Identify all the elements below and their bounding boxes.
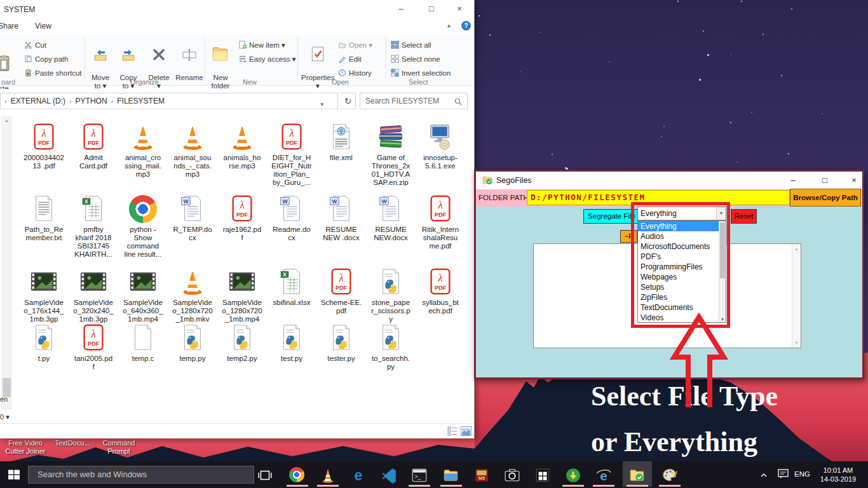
file-item[interactable]: λPDFDIET_for_H EIGHT_Nutr ition_Plan_ by… bbox=[267, 122, 316, 194]
file-item[interactable]: t.py bbox=[19, 323, 69, 372]
search-input[interactable]: Search FILESYSTEM bbox=[360, 93, 468, 109]
paste-shortcut-button[interactable]: Paste shortcut bbox=[24, 69, 82, 78]
browse-copy-path-button[interactable]: Browse/Copy Path bbox=[790, 189, 861, 207]
listbox-scrollbar[interactable]: ▴ ▾ bbox=[792, 244, 801, 348]
segofiles-app-icon[interactable] bbox=[629, 467, 646, 484]
file-item[interactable]: python - Show command line result... bbox=[118, 194, 168, 267]
tab-share[interactable]: Share bbox=[0, 22, 18, 30]
chrome-icon[interactable] bbox=[289, 467, 306, 484]
copy-path-button[interactable]: Copy path bbox=[24, 55, 68, 64]
file-item[interactable]: λPDF2000034402 13 .pdf bbox=[19, 122, 69, 194]
new-item-button[interactable]: New item ▾ bbox=[238, 41, 285, 50]
vlc-icon[interactable] bbox=[320, 467, 336, 484]
language-indicator[interactable]: ENG bbox=[794, 470, 810, 478]
file-item[interactable]: SampleVide o_176x144_ 1mb.3gp bbox=[19, 267, 69, 323]
file-item[interactable]: to_searchh. py bbox=[366, 323, 416, 372]
shortcut-textdocu[interactable]: TextDocu... bbox=[52, 439, 93, 447]
file-item[interactable]: Xsbifinal.xlsx bbox=[267, 267, 316, 323]
file-item[interactable]: tester.py bbox=[316, 323, 366, 372]
sego-close-button[interactable]: × bbox=[843, 172, 865, 189]
taskbar-search-input[interactable]: Search the web and Windows bbox=[28, 466, 254, 484]
file-item[interactable]: temp.py bbox=[168, 323, 217, 372]
file-item[interactable]: WRESUME NEW .docx bbox=[316, 194, 366, 267]
file-item[interactable]: WR_TEMP.do cx bbox=[168, 194, 217, 267]
sego-maximize-button[interactable]: □ bbox=[814, 172, 836, 189]
nav-scrollbar[interactable]: ▴ bbox=[1, 116, 12, 410]
internet-explorer-icon[interactable]: e bbox=[595, 467, 612, 484]
cut-button[interactable]: Cut bbox=[24, 41, 46, 50]
file-item[interactable]: animal_sou nds_-_cats. mp3 bbox=[168, 122, 217, 194]
file-item[interactable]: temp2.py bbox=[217, 323, 267, 372]
breadcrumb[interactable]: ›EXTERNAL (D:)›PYTHON›FILESYSTEM ▾ bbox=[0, 93, 338, 109]
edge-icon[interactable]: e bbox=[350, 467, 367, 484]
paint-icon[interactable] bbox=[661, 467, 678, 484]
file-item[interactable]: Game of Thrones_2x 01_HDTV.A SAP.en.zip bbox=[366, 122, 416, 194]
notifications-icon[interactable] bbox=[778, 469, 789, 479]
file-item[interactable]: temp.c bbox=[118, 323, 168, 372]
clock[interactable]: 10:01 AM 14-03-2019 bbox=[816, 466, 860, 484]
file-item[interactable]: WReadme.do cx bbox=[267, 194, 316, 267]
maximize-button[interactable]: □ bbox=[421, 0, 442, 18]
vscode-icon[interactable] bbox=[381, 467, 397, 484]
thumbnail-view-icon[interactable] bbox=[461, 426, 471, 436]
ribbon-collapse-icon[interactable]: ▴ bbox=[447, 22, 451, 29]
file-item[interactable]: animals_ho rse.mp3 bbox=[217, 122, 267, 194]
sego-minimize-button[interactable]: – bbox=[782, 172, 804, 189]
file-item[interactable]: λPDFRitik_Intern shalaResu me.pdf bbox=[416, 194, 465, 267]
download-manager-icon[interactable] bbox=[565, 467, 581, 484]
minimize-button[interactable]: – bbox=[390, 0, 412, 18]
tray-chevron-icon[interactable] bbox=[760, 470, 769, 478]
easy-access-button[interactable]: Easy access ▾ bbox=[238, 55, 296, 64]
command-prompt-icon[interactable]: >_ bbox=[411, 467, 428, 484]
segofiles-titlebar[interactable]: SegoFiles – □ × bbox=[476, 172, 862, 189]
microsoft-store-icon[interactable] bbox=[534, 467, 551, 484]
task-view-button-icon[interactable] bbox=[257, 467, 273, 484]
file-item[interactable]: λPDFraje1962.pd f bbox=[217, 194, 267, 267]
reset-button[interactable]: Reset bbox=[731, 209, 757, 224]
breadcrumb-segment[interactable]: PYTHON bbox=[76, 97, 107, 105]
file-item[interactable]: animal_cro ssing_mail. mp3 bbox=[118, 122, 168, 194]
select-all-button[interactable]: Select all bbox=[391, 41, 431, 50]
file-item[interactable]: WRESUME NEW.docx bbox=[366, 194, 416, 267]
file-item[interactable]: stone_pape r_scissors.p y bbox=[366, 267, 416, 323]
details-view-icon[interactable] bbox=[447, 426, 458, 436]
select-none-button[interactable]: Select none bbox=[391, 55, 440, 64]
file-item[interactable]: Xpmfby kharif 2018 SBI31745 KHAIRTH... bbox=[69, 194, 118, 267]
open-button[interactable]: Open ▾ bbox=[338, 41, 372, 50]
shortcut-free-video-cutter[interactable]: Free Video Cutter Joiner bbox=[1, 439, 50, 456]
scrollbar-thumb[interactable] bbox=[3, 378, 11, 397]
scroll-up-icon[interactable]: ▴ bbox=[792, 246, 801, 252]
file-explorer-icon[interactable] bbox=[443, 467, 459, 484]
file-item[interactable]: SampleVide o_1280x720 _1mb.mkv bbox=[168, 267, 217, 323]
invert-selection-button[interactable]: Invert selection bbox=[391, 69, 451, 78]
properties-button[interactable]: Properties ▾ bbox=[301, 37, 334, 90]
camera-app-icon[interactable] bbox=[504, 467, 520, 484]
breadcrumb-segment[interactable]: EXTERNAL (D:) bbox=[11, 97, 65, 105]
media-app-icon[interactable]: M5 bbox=[473, 467, 490, 484]
tab-view[interactable]: View bbox=[35, 22, 51, 30]
file-item[interactable]: <>file.xml bbox=[316, 122, 366, 194]
shortcut-command-prompt[interactable]: Command Prompt bbox=[95, 439, 142, 456]
close-button[interactable]: × bbox=[449, 0, 470, 18]
file-item[interactable]: λPDFScheme-EE. pdf bbox=[316, 267, 366, 323]
history-button[interactable]: History bbox=[338, 69, 372, 78]
file-item[interactable]: Path_to_Re member.txt bbox=[19, 194, 69, 267]
file-item[interactable]: λPDFAdmit Card.pdf bbox=[69, 122, 118, 194]
scroll-down-icon[interactable]: ▾ bbox=[792, 340, 801, 346]
start-button[interactable] bbox=[6, 467, 23, 482]
file-item[interactable]: test.py bbox=[267, 323, 316, 372]
file-item[interactable]: SampleVide o_640x360_ 1mb.mp4 bbox=[118, 267, 168, 323]
file-item[interactable]: SampleVide o_320x240_ 1mb.3gp bbox=[69, 267, 118, 323]
file-item[interactable]: λPDFsyllabus_bt ech.pdf bbox=[416, 267, 465, 323]
help-icon[interactable]: ? bbox=[461, 21, 471, 30]
rename-button[interactable]: Rename bbox=[173, 39, 206, 82]
edit-button[interactable]: Edit bbox=[338, 55, 362, 64]
scroll-up-icon[interactable]: ▴ bbox=[1, 118, 12, 123]
move-to-button[interactable]: Move to ▾ bbox=[87, 39, 114, 90]
explorer-titlebar[interactable]: SYSTEM – □ × bbox=[0, 0, 474, 19]
address-dropdown-icon[interactable]: ▾ bbox=[320, 97, 323, 112]
breadcrumb-segment[interactable]: FILESYSTEM bbox=[117, 97, 165, 105]
new-folder-button[interactable]: New folder bbox=[207, 37, 234, 90]
refresh-icon[interactable]: ↻ bbox=[341, 93, 356, 109]
file-item[interactable]: λPDFtani2005.pd f bbox=[69, 323, 118, 372]
